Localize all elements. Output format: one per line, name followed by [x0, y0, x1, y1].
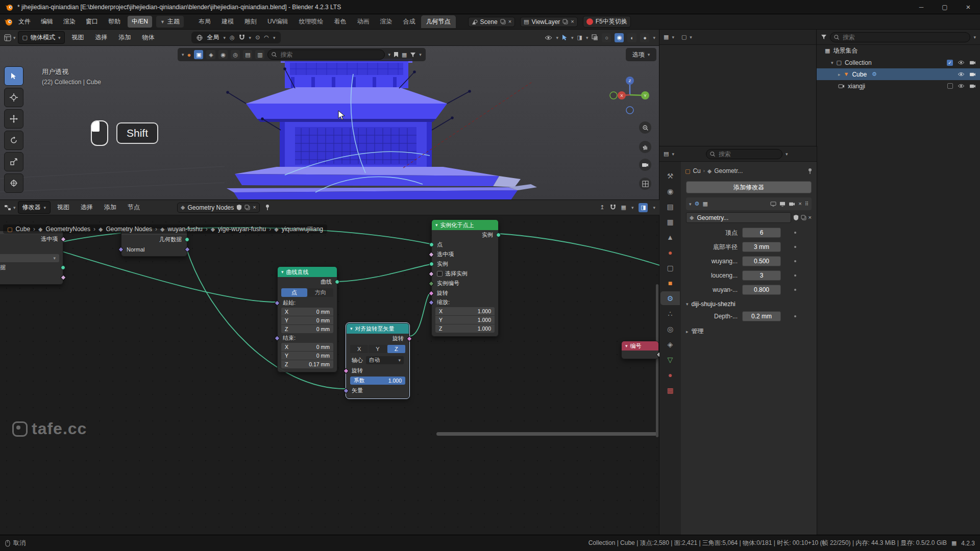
orientation-label[interactable]: 全局 — [207, 33, 219, 42]
new-viewlayer-icon[interactable] — [562, 19, 568, 24]
theme-button[interactable]: ▼主题 — [156, 16, 184, 28]
shading-wireframe-button[interactable]: ○ — [602, 33, 611, 42]
options-menu[interactable]: 选项 ▾ — [626, 48, 656, 61]
bookmark-icon[interactable] — [394, 52, 399, 58]
breadcrumb-item[interactable]: Cube — [15, 226, 30, 233]
animate-dot[interactable] — [794, 274, 796, 277]
animate-dot[interactable] — [794, 232, 796, 234]
breadcrumb-data[interactable]: Geometr... — [714, 167, 743, 174]
tab-scene[interactable]: ▲ — [660, 230, 680, 244]
overlay-toggle-button[interactable]: ◨ — [639, 203, 648, 212]
axis-x-button[interactable]: X — [350, 345, 368, 353]
value-field[interactable]: 0.2 mm — [742, 311, 781, 321]
node-instance-on-points[interactable]: ▾实例化于点上 实例 点 选中项 实例 选择实例 实例编号 旋转 缩放: X1.… — [431, 219, 499, 337]
end-z-field[interactable]: Z0.17 mm — [281, 360, 333, 368]
breadcrumb-item[interactable]: wuyan-fushu — [168, 226, 203, 233]
node-header[interactable]: ▾对齐旋转至矢量 — [347, 323, 409, 334]
menu-window[interactable]: 窗口 — [81, 16, 103, 28]
value-field[interactable]: 3 mm — [742, 242, 781, 252]
go-parent-tree-icon[interactable]: ↥ — [600, 205, 604, 210]
editor-type-chevron-icon[interactable]: ▾ — [13, 35, 16, 40]
outliner-search-input[interactable] — [830, 32, 970, 42]
tab-collection[interactable]: ▢ — [660, 261, 680, 274]
tab-material[interactable]: ● — [660, 368, 680, 382]
falloff-icon[interactable]: ◠ — [264, 35, 269, 40]
navigation-gizmo[interactable]: X Y Z — [609, 74, 650, 115]
remove-viewlayer-icon[interactable]: × — [571, 19, 574, 24]
hide-eye-icon[interactable] — [958, 72, 965, 77]
node-header[interactable]: ▾曲线直线 — [278, 267, 337, 277]
node-menu-select[interactable]: 选择 — [76, 202, 97, 213]
camera-view-button[interactable] — [639, 159, 651, 171]
tab-animation[interactable]: 动画 — [352, 15, 375, 28]
tab-output[interactable]: ▤ — [660, 199, 680, 213]
copy-icon[interactable] — [801, 215, 806, 220]
properties-search-input[interactable] — [706, 149, 782, 159]
tab-sculpt[interactable]: 雕刻 — [239, 15, 262, 28]
copy-node-tree-icon[interactable] — [244, 205, 250, 210]
scale-z-field[interactable]: Z1.000 — [435, 324, 495, 333]
node-group-selector[interactable]: ◆ Geometry... — [686, 212, 791, 223]
properties-editor-icon[interactable]: ▤ — [664, 151, 669, 157]
snap-magnet-icon[interactable] — [239, 34, 245, 41]
socket-geometry-out[interactable] — [185, 237, 189, 242]
tab-render[interactable]: ◉ — [660, 184, 680, 198]
scale-y-field[interactable]: Y1.000 — [435, 316, 495, 324]
node-snap-magnet-icon[interactable] — [610, 204, 616, 211]
node-align-rotation[interactable]: ▾对齐旋转至矢量 旋转 X Y Z 轴心 自动▾ 旋转 系数1.000 矢量 — [346, 323, 409, 398]
end-x-field[interactable]: X0 mm — [281, 343, 333, 351]
tab-texture[interactable]: ▩ — [660, 383, 680, 397]
spreadsheet-editor-icon[interactable]: ▦ — [664, 34, 669, 40]
lang-toggle-button[interactable]: 中/EN — [128, 16, 152, 28]
pivot-icon[interactable]: ◎ — [230, 35, 235, 40]
animate-dot[interactable] — [794, 246, 796, 248]
visibility-eye-icon[interactable] — [545, 35, 552, 40]
pan-button[interactable] — [639, 141, 651, 153]
scale-tool-button[interactable] — [4, 152, 23, 171]
tab-geometry-nodes[interactable]: 几何节点 — [421, 15, 456, 28]
animate-dot[interactable] — [794, 260, 796, 262]
node-menu-node[interactable]: 节点 — [123, 202, 144, 213]
modifier-panel-header[interactable]: ▾ ⚙ ▦ × ⠿ — [686, 197, 812, 210]
tab-particles[interactable]: ∴ — [660, 307, 680, 320]
display-mode-2-button[interactable]: ◈ — [206, 50, 215, 59]
breadcrumb-item[interactable]: yiquanwujiliang — [282, 226, 323, 233]
display-mode-5-button[interactable]: ▤ — [243, 50, 252, 59]
editor-type-icon[interactable] — [4, 34, 11, 41]
editmode-toggle-icon[interactable] — [770, 202, 776, 207]
socket-points-in[interactable] — [429, 242, 434, 247]
minimize-button[interactable]: ─ — [910, 0, 933, 14]
pivot-dropdown[interactable]: 自动▾ — [366, 356, 404, 364]
tab-modifiers[interactable]: ⚙ — [660, 291, 680, 305]
unlink-node-tree-icon[interactable]: × — [253, 205, 256, 210]
fake-user-shield-icon[interactable] — [236, 204, 242, 211]
hide-eye-icon[interactable] — [958, 60, 965, 65]
properties-panel[interactable]: ▤ ▾ ▾ ⚒ ◉ ▤ ▦ ▲ ● ▢ ■ ⚙ ∴ ◎ ◈ ▽ ● ▩ — [659, 146, 817, 535]
factor-slider[interactable]: 系数1.000 — [350, 377, 405, 385]
grid-toggle-icon[interactable]: ▦ — [702, 201, 707, 207]
end-y-field[interactable]: Y0 mm — [281, 352, 333, 360]
expand-icon[interactable]: ▸ — [838, 72, 841, 77]
tab-modeling[interactable]: 建模 — [216, 15, 239, 28]
breadcrumb-item[interactable]: Geometry Nodes — [106, 226, 152, 233]
horizontal-scrollbar[interactable] — [436, 432, 657, 436]
zoom-button[interactable] — [639, 121, 651, 134]
outliner-row-xiangji[interactable]: xiangji — [817, 80, 980, 92]
menu-render[interactable]: 渲染 — [59, 16, 80, 28]
select-tool-icon[interactable] — [562, 34, 568, 41]
3d-viewport[interactable]: ▾ ▢ 物体模式 ▾ 视图 选择 添加 物体 全局 ▾ ◎ ▾ ⊙ ◠ ▾ — [0, 30, 659, 200]
geometry-node-editor[interactable]: ▾ 修改器 ▾ 视图 选择 添加 节点 ◆ Geometry Nodes × ↥… — [0, 200, 659, 535]
viewport-menu-select[interactable]: 选择 — [90, 32, 112, 43]
viewport-search-input[interactable] — [267, 49, 385, 60]
value-field[interactable]: 3 — [742, 270, 781, 281]
snap-grid-icon[interactable]: ▦ — [621, 205, 626, 210]
select-box-tool-button[interactable] — [4, 66, 23, 86]
animate-dot[interactable] — [794, 289, 796, 291]
shading-solid-button[interactable]: ◉ — [615, 33, 624, 42]
outliner-panel[interactable]: ▾ ▦ 场景集合 ▾ ▢ Collection ✓ ▸ ▼ Cube ⚙ — [817, 30, 980, 535]
menu-edit[interactable]: 编辑 — [36, 16, 58, 28]
value-field[interactable]: 0.500 — [742, 256, 781, 266]
node-partial-left[interactable]: 选中项 反相 边▾ 几何数据 选中项 — [0, 231, 63, 285]
realtime-toggle-icon[interactable] — [779, 202, 786, 207]
tab-points[interactable]: 点 — [281, 288, 307, 297]
